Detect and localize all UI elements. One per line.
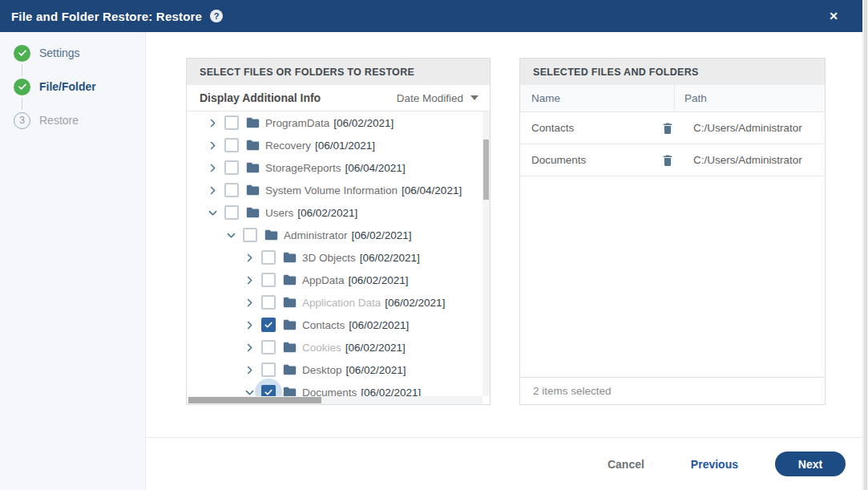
tree-item-desktop[interactable]: Desktop [06/02/2021] bbox=[187, 358, 482, 381]
step-restore[interactable]: 3 Restore bbox=[14, 111, 79, 129]
folder-icon bbox=[283, 252, 297, 263]
tree-vertical-scrollbar[interactable] bbox=[482, 111, 490, 404]
wizard-buttons: Cancel Previous Next bbox=[608, 452, 846, 476]
checkbox-unchecked[interactable] bbox=[224, 138, 239, 152]
tree-item-storagereports[interactable]: StorageReports [06/04/2021] bbox=[187, 156, 482, 179]
chevron-right-icon[interactable] bbox=[244, 319, 255, 330]
tree-horizontal-scrollbar[interactable] bbox=[187, 396, 482, 404]
chevron-right-icon[interactable] bbox=[244, 364, 255, 375]
dialog-content: SELECT FILES OR FOLDERS TO RESTORE Displ… bbox=[146, 32, 862, 490]
step-connector bbox=[22, 98, 22, 110]
vertical-scroll-thumb[interactable] bbox=[483, 140, 489, 200]
folder-name: System Volume Information bbox=[265, 184, 398, 196]
selected-row-contacts: Contacts C:/Users/Administrator bbox=[520, 112, 825, 144]
previous-button[interactable]: Previous bbox=[691, 458, 738, 471]
help-icon[interactable]: ? bbox=[210, 10, 223, 22]
folder-date: [06/02/2021] bbox=[346, 364, 406, 376]
step-label: Settings bbox=[39, 47, 80, 59]
trash-icon[interactable] bbox=[652, 122, 684, 135]
chevron-right-icon[interactable] bbox=[207, 162, 218, 173]
folder-date: [06/02/2021] bbox=[345, 342, 406, 354]
chevron-right-icon[interactable] bbox=[244, 297, 255, 308]
checkbox-unchecked[interactable] bbox=[261, 295, 276, 310]
selection-count: 2 items selected bbox=[520, 377, 825, 404]
folder-icon bbox=[283, 319, 297, 330]
chevron-down-icon[interactable] bbox=[207, 207, 218, 218]
folder-date: [06/02/2021] bbox=[349, 274, 409, 286]
selected-item-path: C:/Users/Administrator bbox=[684, 122, 825, 134]
next-button[interactable]: Next bbox=[775, 452, 846, 476]
step-file-folder[interactable]: File/Folder bbox=[14, 78, 96, 95]
checkbox-unchecked[interactable] bbox=[243, 228, 257, 242]
chevron-right-icon[interactable] bbox=[207, 184, 218, 196]
checkbox-unchecked[interactable] bbox=[261, 250, 276, 265]
folder-date: [06/02/2021] bbox=[333, 117, 394, 129]
tree-item-cookies[interactable]: Cookies [06/02/2021] bbox=[187, 336, 482, 358]
dropdown-selected-value: Date Modified bbox=[397, 92, 463, 104]
tree-item-3d-objects[interactable]: 3D Objects [06/02/2021] bbox=[187, 246, 482, 269]
folder-date: [06/01/2021] bbox=[315, 140, 375, 152]
step-settings[interactable]: Settings bbox=[14, 44, 80, 62]
checkbox-unchecked[interactable] bbox=[224, 183, 239, 197]
folder-name: StorageReports bbox=[265, 162, 341, 174]
tree-item-system-volume-information[interactable]: System Volume Information [06/04/2021] bbox=[187, 179, 482, 201]
folder-icon bbox=[246, 184, 260, 196]
folder-icon bbox=[283, 387, 297, 396]
tree-item-documents[interactable]: Documents [06/02/2021] bbox=[187, 381, 482, 396]
folder-icon bbox=[246, 117, 260, 128]
folder-icon bbox=[246, 207, 260, 218]
chevron-right-icon[interactable] bbox=[244, 252, 255, 263]
folder-icon bbox=[246, 162, 260, 173]
column-header-name: Name bbox=[520, 92, 674, 104]
folder-date: [06/02/2021] bbox=[361, 387, 421, 397]
display-options-row: Display Additional Info Date Modified bbox=[187, 85, 490, 111]
chevron-right-icon[interactable] bbox=[244, 342, 255, 353]
checkbox-unchecked[interactable] bbox=[224, 160, 239, 175]
checkbox-unchecked[interactable] bbox=[224, 115, 239, 130]
selected-table-header: Name Path bbox=[520, 85, 825, 112]
step-complete-check-icon bbox=[14, 79, 30, 95]
chevron-right-icon[interactable] bbox=[207, 117, 218, 128]
tree-item-administrator[interactable]: Administrator [06/02/2021] bbox=[187, 224, 482, 246]
folder-name: 3D Objects bbox=[302, 252, 356, 264]
folder-icon bbox=[283, 297, 297, 308]
date-modified-dropdown[interactable]: Date Modified bbox=[397, 92, 478, 104]
step-label: File/Folder bbox=[39, 80, 96, 93]
step-connector bbox=[22, 64, 22, 76]
folder-date: [06/02/2021] bbox=[360, 252, 420, 264]
page-scroll-thumb[interactable] bbox=[864, 0, 867, 490]
folder-icon bbox=[246, 140, 260, 151]
close-icon[interactable]: ✕ bbox=[829, 10, 838, 22]
folder-name: Recovery bbox=[265, 140, 311, 152]
folder-name: ProgramData bbox=[265, 117, 329, 129]
chevron-right-icon[interactable] bbox=[207, 140, 218, 151]
checkbox-unchecked[interactable] bbox=[261, 362, 276, 377]
checkbox-checked[interactable] bbox=[261, 318, 276, 332]
checkbox-unchecked[interactable] bbox=[261, 340, 276, 354]
trash-icon[interactable] bbox=[652, 154, 684, 167]
tree-item-programdata[interactable]: ProgramData [06/02/2021] bbox=[187, 111, 482, 134]
checkbox-unchecked[interactable] bbox=[224, 205, 239, 220]
page-scrollbar[interactable] bbox=[862, 0, 868, 490]
folder-icon bbox=[264, 229, 278, 241]
folder-date: [06/02/2021] bbox=[297, 207, 357, 219]
folder-icon bbox=[283, 274, 297, 285]
checkbox-unchecked[interactable] bbox=[261, 273, 276, 287]
tree-item-contacts[interactable]: Contacts [06/02/2021] bbox=[187, 314, 482, 336]
cancel-button[interactable]: Cancel bbox=[608, 458, 644, 471]
folder-name: Documents bbox=[302, 387, 357, 397]
chevron-down-icon[interactable] bbox=[225, 229, 236, 241]
tree-item-users[interactable]: Users [06/02/2021] bbox=[187, 201, 482, 224]
selected-row-documents: Documents C:/Users/Administrator bbox=[520, 144, 825, 176]
folder-date: [06/04/2021] bbox=[345, 162, 406, 174]
tree-panel-header: SELECT FILES OR FOLDERS TO RESTORE bbox=[187, 59, 490, 85]
tree-item-appdata[interactable]: AppData [06/02/2021] bbox=[187, 269, 482, 291]
folder-name: AppData bbox=[302, 274, 345, 286]
horizontal-scroll-thumb[interactable] bbox=[188, 397, 321, 403]
chevron-down-icon[interactable] bbox=[244, 387, 255, 396]
checkbox-checked[interactable] bbox=[261, 385, 276, 396]
tree-item-application-data[interactable]: Application Data [06/02/2021] bbox=[187, 291, 482, 314]
tree-item-recovery[interactable]: Recovery [06/01/2021] bbox=[187, 134, 482, 156]
selected-panel-header: SELECTED FILES AND FOLDERS bbox=[520, 59, 825, 85]
chevron-right-icon[interactable] bbox=[244, 274, 255, 285]
